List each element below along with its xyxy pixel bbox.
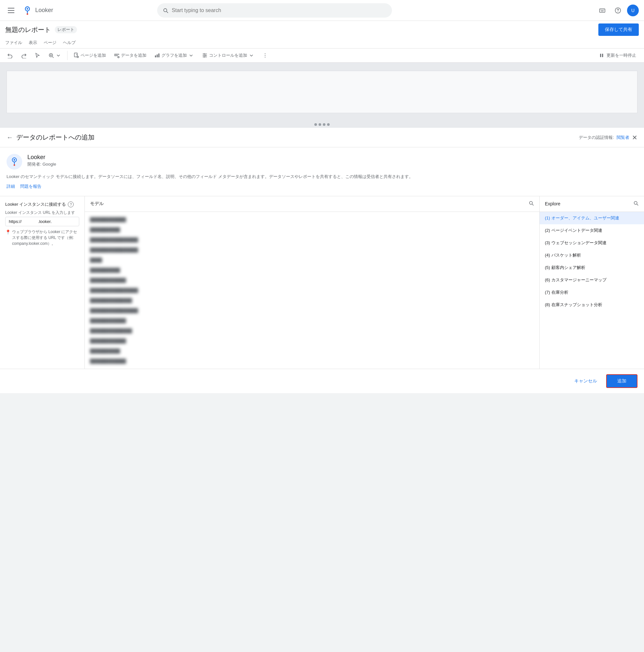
chart-dropdown-icon: [188, 53, 194, 58]
right-column: Explore (1) オーダー、アイテム、ユーザー関連 (2) ページイベント…: [540, 196, 644, 369]
list-item[interactable]: ██████████: [85, 346, 539, 356]
list-item[interactable]: ████████████: [85, 336, 539, 346]
svg-point-24: [265, 53, 265, 54]
menu-help[interactable]: ヘルプ: [63, 38, 76, 47]
more-options-button[interactable]: [259, 51, 271, 60]
add-data-button[interactable]: データを追加: [110, 51, 150, 60]
location-icon: 📍: [5, 229, 11, 236]
pause-refresh-button[interactable]: 更新を一時停止: [595, 51, 640, 60]
add-data-icon: [114, 53, 120, 58]
list-item[interactable]: ████████████: [85, 316, 539, 326]
control-dropdown-icon: [248, 53, 254, 58]
connector-description: Looker のセマンティック モデルに接続します。データソースには、フィールド…: [6, 173, 638, 180]
pause-icon: [599, 53, 605, 58]
zoom-button[interactable]: [45, 51, 64, 60]
list-item[interactable]: ████████████████: [85, 235, 539, 245]
model-list: ████████████ ██████████ ████████████████…: [85, 212, 539, 369]
svg-point-25: [265, 55, 265, 56]
canvas-inner: [6, 71, 638, 113]
hamburger-menu-button[interactable]: [5, 4, 18, 17]
list-item[interactable]: ████████████████: [85, 305, 539, 316]
list-item[interactable]: ████████████: [85, 275, 539, 285]
resize-dot-1: [314, 123, 317, 126]
add-chart-icon: [154, 53, 160, 58]
list-item[interactable]: ██████████████: [85, 295, 539, 305]
three-column-area: Looker インスタンスに接続する ? Looker インスタンス URL を…: [0, 196, 644, 369]
svg-point-1: [27, 8, 28, 9]
explore-item-1[interactable]: (1) オーダー、アイテム、ユーザー関連: [540, 212, 644, 224]
toolbar-divider-1: [67, 51, 68, 60]
explore-item-2[interactable]: (2) ページイベントデータ関連: [540, 224, 644, 237]
search-bar: [157, 3, 392, 18]
panel-back-button[interactable]: ←: [6, 134, 13, 141]
resize-handle[interactable]: [0, 121, 644, 128]
undo-button[interactable]: [4, 51, 16, 60]
logo-text: Looker: [35, 7, 53, 14]
svg-point-21: [204, 53, 205, 54]
instance-connection-title: Looker インスタンスに接続する: [5, 201, 66, 207]
explore-item-5[interactable]: (5) 顧客内シェア解析: [540, 262, 644, 274]
list-item[interactable]: ████████████████: [85, 245, 539, 255]
svg-point-11: [618, 11, 618, 12]
svg-rect-19: [157, 54, 158, 57]
connector-name: Looker: [27, 154, 56, 161]
select-button[interactable]: [31, 51, 44, 60]
list-item[interactable]: ██████████: [85, 225, 539, 235]
keyboard-shortcut-button[interactable]: [596, 4, 609, 17]
model-search-button[interactable]: [528, 200, 534, 208]
help-tooltip-button[interactable]: ?: [68, 201, 74, 207]
canvas-area: [0, 62, 644, 121]
url-input[interactable]: [5, 217, 79, 226]
list-item[interactable]: ████████████: [85, 215, 539, 225]
explore-item-6[interactable]: (6) カスタマージャーニーマップ: [540, 274, 644, 286]
zoom-icon: [48, 53, 54, 58]
search-icon: [162, 7, 168, 14]
add-button[interactable]: 追加: [606, 374, 638, 388]
connector-info: Looker 開発者: Google: [27, 154, 56, 167]
add-page-icon: [73, 53, 79, 58]
zoom-dropdown-icon: [55, 53, 61, 58]
list-item[interactable]: ████████████: [85, 356, 539, 366]
explore-item-3[interactable]: (3) ウェブセッションデータ関連: [540, 237, 644, 249]
redo-button[interactable]: [18, 51, 30, 60]
add-page-button[interactable]: ページを追加: [70, 51, 109, 60]
report-problem-link[interactable]: 問題を報告: [20, 184, 42, 189]
svg-point-3: [27, 13, 28, 15]
list-item[interactable]: ████: [85, 255, 539, 265]
user-avatar[interactable]: U: [627, 5, 639, 16]
explore-search-button[interactable]: [633, 200, 639, 208]
explore-search-icon: [633, 200, 639, 206]
save-share-button[interactable]: 保存して共有: [598, 24, 639, 36]
menu-file[interactable]: ファイル: [5, 38, 22, 47]
svg-rect-16: [114, 55, 117, 56]
menu-view[interactable]: 表示: [29, 38, 37, 47]
add-chart-button[interactable]: グラフを追加: [151, 51, 197, 60]
help-icon: [615, 7, 621, 14]
search-input[interactable]: [172, 7, 387, 13]
explore-item-4[interactable]: (4) バスケット解析: [540, 249, 644, 262]
list-item[interactable]: ██████████: [85, 265, 539, 275]
connector-developer: 開発者: Google: [27, 161, 56, 167]
close-panel-button[interactable]: ✕: [632, 134, 638, 141]
cancel-button[interactable]: キャンセル: [569, 376, 602, 387]
list-item[interactable]: ████████████████: [85, 285, 539, 295]
details-link[interactable]: 詳細: [6, 184, 15, 189]
model-col-title: モデル: [90, 201, 104, 207]
looker-logo-icon: [22, 5, 33, 16]
url-hint: 📍 ウェブブラウザから Looker にアクセスする際に使用する URL です（…: [5, 229, 79, 246]
report-menu: ファイル 表示 ページ ヘルプ: [5, 37, 639, 48]
credentials-link[interactable]: 閲覧者: [617, 135, 629, 140]
add-control-button[interactable]: コントロールを追加: [198, 51, 258, 60]
hamburger-icon: [8, 6, 16, 15]
list-item[interactable]: ██████████████: [85, 326, 539, 336]
menu-page[interactable]: ページ: [44, 38, 56, 47]
explore-item-7[interactable]: (7) 在庫分析: [540, 286, 644, 299]
help-button[interactable]: [611, 4, 624, 17]
explore-item-8[interactable]: (8) 在庫スナップショット分析: [540, 299, 644, 311]
report-title: 無題のレポート: [5, 25, 51, 34]
add-control-icon: [202, 53, 208, 58]
looker-logo[interactable]: Looker: [22, 5, 53, 16]
resize-dot-4: [327, 123, 330, 126]
instance-connection-title-row: Looker インスタンスに接続する ?: [5, 201, 79, 207]
explore-col-header: Explore: [540, 196, 644, 212]
